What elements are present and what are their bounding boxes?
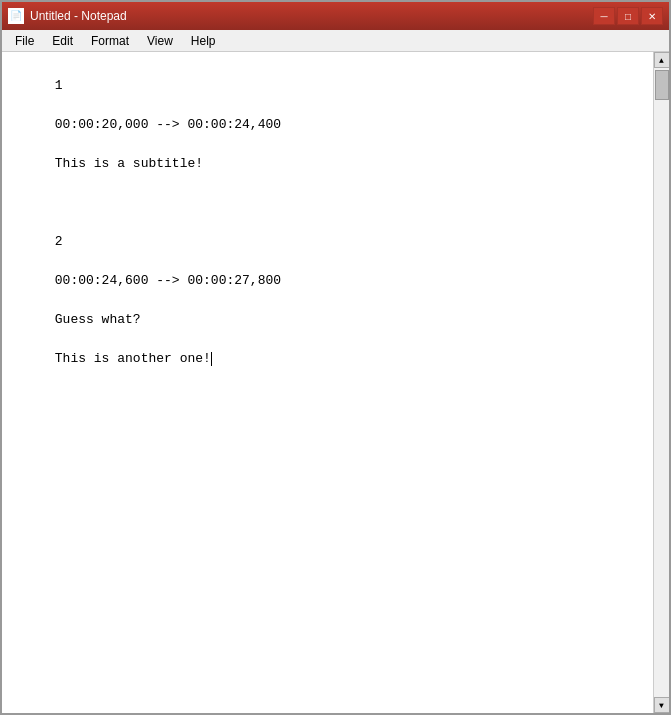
menu-file[interactable]: File xyxy=(6,31,43,51)
scroll-down-arrow[interactable]: ▼ xyxy=(654,697,670,713)
content-line8: This is another one! xyxy=(55,351,211,366)
text-cursor xyxy=(211,352,212,366)
title-bar-controls: ─ □ ✕ xyxy=(593,7,663,25)
menu-format[interactable]: Format xyxy=(82,31,138,51)
app-icon: 📄 xyxy=(8,8,24,24)
vertical-scrollbar[interactable]: ▲ ▼ xyxy=(653,52,669,713)
content-line1: 1 xyxy=(55,78,63,93)
maximize-button[interactable]: □ xyxy=(617,7,639,25)
content-line3: This is a subtitle! xyxy=(55,156,203,171)
notepad-window: 📄 Untitled - Notepad ─ □ ✕ File Edit For… xyxy=(0,0,671,715)
title-bar: 📄 Untitled - Notepad ─ □ ✕ xyxy=(2,2,669,30)
menu-bar: File Edit Format View Help xyxy=(2,30,669,52)
content-line2: 00:00:20,000 --> 00:00:24,400 xyxy=(55,117,281,132)
content-line7: Guess what? xyxy=(55,312,141,327)
close-button[interactable]: ✕ xyxy=(641,7,663,25)
window-title: Untitled - Notepad xyxy=(30,9,127,23)
scroll-thumb[interactable] xyxy=(655,70,669,100)
content-line5: 2 xyxy=(55,234,63,249)
title-bar-left: 📄 Untitled - Notepad xyxy=(8,8,127,24)
text-editor[interactable]: 1 00:00:20,000 --> 00:00:24,400 This is … xyxy=(2,52,653,713)
menu-view[interactable]: View xyxy=(138,31,182,51)
menu-help[interactable]: Help xyxy=(182,31,225,51)
content-line6: 00:00:24,600 --> 00:00:27,800 xyxy=(55,273,281,288)
scroll-track[interactable] xyxy=(654,68,669,697)
minimize-button[interactable]: ─ xyxy=(593,7,615,25)
menu-edit[interactable]: Edit xyxy=(43,31,82,51)
editor-area: 1 00:00:20,000 --> 00:00:24,400 This is … xyxy=(2,52,669,713)
scroll-up-arrow[interactable]: ▲ xyxy=(654,52,670,68)
